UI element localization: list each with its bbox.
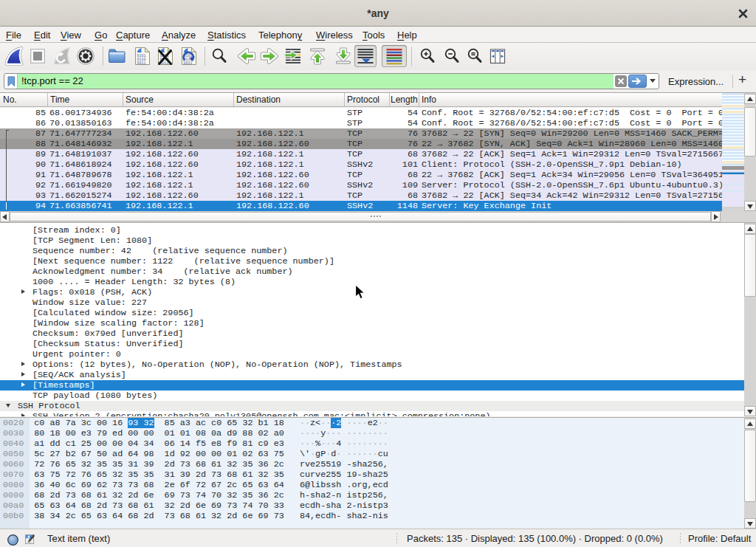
- svg-text:0011: 0011: [183, 61, 192, 66]
- svg-text:0011: 0011: [137, 61, 145, 66]
